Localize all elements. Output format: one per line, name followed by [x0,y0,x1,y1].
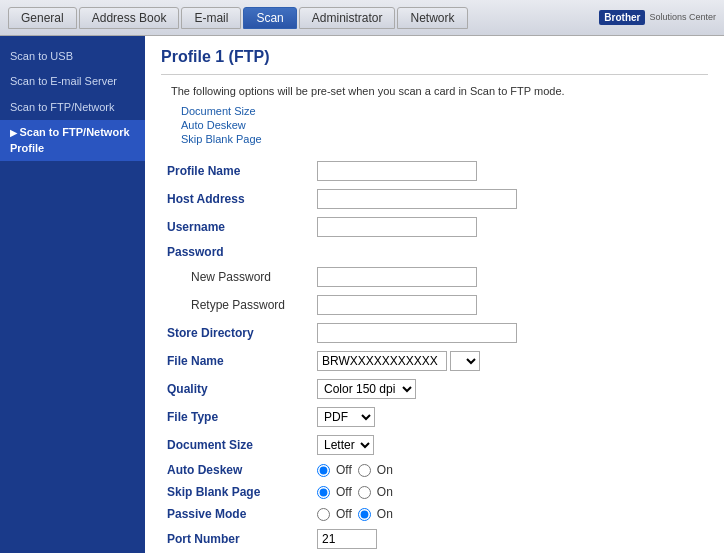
skip-blank-off-radio[interactable] [317,486,330,499]
new-password-input[interactable] [317,267,477,287]
retype-password-label: Retype Password [161,291,311,319]
port-number-input[interactable] [317,529,377,549]
host-address-cell [311,185,708,213]
file-name-select[interactable] [450,351,480,371]
auto-deskew-on-label: On [377,463,393,477]
row-file-type: File Type PDF JPEG TIFF [161,403,708,431]
tab-network[interactable]: Network [397,7,467,29]
profile-name-input[interactable] [317,161,477,181]
top-bar: General Address Book E-mail Scan Adminis… [0,0,724,36]
skip-blank-page-label: Skip Blank Page [161,481,311,503]
link-document-size[interactable]: Document Size [181,105,708,117]
sidebar-item-scan-ftp-profile[interactable]: Scan to FTP/Network Profile [0,120,145,161]
passive-mode-cell: Off On [311,503,708,525]
passive-mode-label: Passive Mode [161,503,311,525]
username-label: Username [161,213,311,241]
row-passive-mode: Passive Mode Off On [161,503,708,525]
profile-name-cell [311,157,708,185]
auto-deskew-label: Auto Deskew [161,459,311,481]
store-directory-cell [311,319,708,347]
tab-general[interactable]: General [8,7,77,29]
password-cell [311,241,708,263]
document-size-cell: Letter A4 Legal [311,431,708,459]
auto-deskew-cell: Off On [311,459,708,481]
retype-password-cell [311,291,708,319]
file-type-label: File Type [161,403,311,431]
auto-deskew-off-radio[interactable] [317,464,330,477]
passive-mode-on-radio[interactable] [358,508,371,521]
row-profile-name: Profile Name [161,157,708,185]
retype-password-input[interactable] [317,295,477,315]
passive-mode-on-label: On [377,507,393,521]
skip-blank-on-radio[interactable] [358,486,371,499]
row-store-directory: Store Directory [161,319,708,347]
row-file-name: File Name [161,347,708,375]
solutions-text: Solutions Center [649,12,716,23]
tab-address-book[interactable]: Address Book [79,7,180,29]
tab-email[interactable]: E-mail [181,7,241,29]
host-address-label: Host Address [161,185,311,213]
row-username: Username [161,213,708,241]
quality-select[interactable]: Color 150 dpi Color 300 dpi Gray 150 dpi… [317,379,416,399]
profile-name-label: Profile Name [161,157,311,185]
link-auto-deskew[interactable]: Auto Deskew [181,119,708,131]
tab-scan[interactable]: Scan [243,7,296,29]
sidebar-item-scan-usb[interactable]: Scan to USB [0,44,145,69]
content-area: Profile 1 (FTP) The following options wi… [145,36,724,553]
password-label: Password [161,241,311,263]
skip-blank-off-label: Off [336,485,352,499]
document-size-select[interactable]: Letter A4 Legal [317,435,374,455]
quality-label: Quality [161,375,311,403]
auto-deskew-radio-group: Off On [317,463,702,477]
passive-mode-radio-group: Off On [317,507,702,521]
main-layout: Scan to USB Scan to E-mail Server Scan t… [0,36,724,553]
skip-blank-page-cell: Off On [311,481,708,503]
info-links: Document Size Auto Deskew Skip Blank Pag… [161,105,708,145]
form-table: Profile Name Host Address Username Passw… [161,157,708,553]
store-directory-label: Store Directory [161,319,311,347]
page-title: Profile 1 (FTP) [161,48,708,66]
auto-deskew-off-label: Off [336,463,352,477]
divider [161,74,708,75]
sidebar-item-scan-ftp[interactable]: Scan to FTP/Network [0,95,145,120]
file-type-select[interactable]: PDF JPEG TIFF [317,407,375,427]
intro-text: The following options will be pre-set wh… [161,85,708,97]
row-skip-blank-page: Skip Blank Page Off On [161,481,708,503]
row-port-number: Port Number [161,525,708,553]
row-quality: Quality Color 150 dpi Color 300 dpi Gray… [161,375,708,403]
port-number-cell [311,525,708,553]
passive-mode-off-radio[interactable] [317,508,330,521]
row-document-size: Document Size Letter A4 Legal [161,431,708,459]
tab-administrator[interactable]: Administrator [299,7,396,29]
brother-logo: Brother Solutions Center [599,10,716,25]
username-input[interactable] [317,217,477,237]
row-host-address: Host Address [161,185,708,213]
file-name-input[interactable] [317,351,447,371]
row-new-password: New Password [161,263,708,291]
sidebar-item-scan-email[interactable]: Scan to E-mail Server [0,69,145,94]
brother-brand: Brother [599,10,645,25]
tab-bar: General Address Book E-mail Scan Adminis… [8,7,470,29]
passive-mode-off-label: Off [336,507,352,521]
new-password-label: New Password [161,263,311,291]
port-number-label: Port Number [161,525,311,553]
file-name-cell [311,347,708,375]
skip-blank-on-label: On [377,485,393,499]
sidebar: Scan to USB Scan to E-mail Server Scan t… [0,36,145,553]
skip-blank-page-radio-group: Off On [317,485,702,499]
row-auto-deskew: Auto Deskew Off On [161,459,708,481]
auto-deskew-on-radio[interactable] [358,464,371,477]
quality-cell: Color 150 dpi Color 300 dpi Gray 150 dpi… [311,375,708,403]
row-retype-password: Retype Password [161,291,708,319]
new-password-cell [311,263,708,291]
file-name-label: File Name [161,347,311,375]
store-directory-input[interactable] [317,323,517,343]
username-cell [311,213,708,241]
link-skip-blank-page[interactable]: Skip Blank Page [181,133,708,145]
document-size-label: Document Size [161,431,311,459]
host-address-input[interactable] [317,189,517,209]
file-type-cell: PDF JPEG TIFF [311,403,708,431]
row-password-header: Password [161,241,708,263]
